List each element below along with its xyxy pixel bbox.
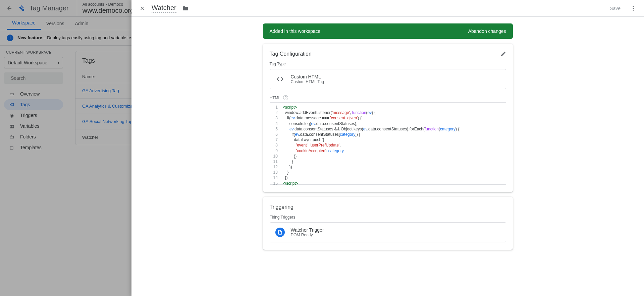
panel-body: Added in this workspace Abandon changes … bbox=[131, 17, 644, 296]
close-icon bbox=[139, 5, 145, 11]
code-content: <script> window.addEventListener('messag… bbox=[280, 103, 462, 184]
trigger-name: Watcher Trigger bbox=[291, 227, 324, 233]
status-text: Added in this workspace bbox=[270, 28, 321, 34]
more-vert-icon bbox=[630, 5, 636, 11]
trigger-type: DOM Ready bbox=[291, 233, 324, 237]
tag-type-name: Custom HTML bbox=[291, 74, 324, 79]
tag-edit-panel: Watcher Save Added in this workspace Aba… bbox=[131, 0, 644, 296]
pencil-icon bbox=[500, 51, 506, 57]
code-gutter: 123456789101112131415 bbox=[270, 103, 280, 184]
firing-triggers-label: Firing Triggers bbox=[270, 215, 506, 220]
folder-icon bbox=[182, 5, 189, 11]
trigger-box[interactable]: Watcher Trigger DOM Ready bbox=[270, 222, 506, 242]
abandon-changes-button[interactable]: Abandon changes bbox=[468, 28, 506, 34]
trigger-type-icon bbox=[275, 228, 285, 237]
tag-configuration-card: Tag Configuration Tag Type Custom HTML C… bbox=[263, 44, 513, 192]
save-button[interactable]: Save bbox=[604, 3, 627, 14]
tag-type-box[interactable]: Custom HTML Custom HTML Tag bbox=[270, 69, 506, 89]
panel-header: Watcher Save bbox=[131, 0, 644, 17]
edit-button[interactable] bbox=[500, 51, 506, 57]
more-button[interactable] bbox=[627, 2, 640, 15]
code-icon bbox=[275, 74, 285, 84]
html-label: HTML bbox=[270, 96, 281, 100]
folder-button[interactable] bbox=[182, 5, 189, 11]
tag-config-title: Tag Configuration bbox=[270, 51, 312, 57]
triggering-card: Triggering Firing Triggers Watcher Trigg… bbox=[263, 197, 513, 250]
tag-type-label: Tag Type bbox=[270, 62, 506, 66]
status-bar: Added in this workspace Abandon changes bbox=[263, 23, 513, 39]
triggering-title: Triggering bbox=[270, 204, 293, 210]
close-button[interactable] bbox=[136, 2, 149, 15]
svg-point-3 bbox=[633, 9, 634, 10]
help-icon[interactable]: ? bbox=[283, 95, 288, 100]
tag-type-sub: Custom HTML Tag bbox=[291, 79, 324, 84]
svg-point-2 bbox=[633, 8, 634, 9]
code-editor[interactable]: 123456789101112131415 <script> window.ad… bbox=[270, 102, 506, 185]
panel-title[interactable]: Watcher bbox=[152, 4, 176, 13]
svg-point-1 bbox=[633, 6, 634, 7]
